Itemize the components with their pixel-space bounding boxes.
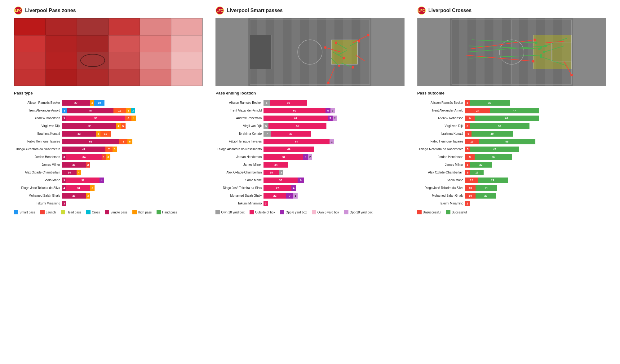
table-row: Fábio Henrique Tavares5585 bbox=[14, 138, 203, 145]
bar-segment: 47 bbox=[490, 108, 539, 113]
player-name: Sadio Mané bbox=[14, 178, 62, 182]
bar-segment: 4 bbox=[90, 100, 94, 106]
table-row: Trent Alexander-Arnold5451253 bbox=[14, 107, 203, 114]
svg-rect-48 bbox=[476, 18, 485, 86]
bar-segments: 5451253 bbox=[62, 108, 135, 113]
bar-segments: 33413 bbox=[62, 154, 110, 160]
svg-point-78 bbox=[534, 38, 536, 41]
player-name: Sadio Mané bbox=[417, 178, 465, 182]
bar-segments: 4233 bbox=[62, 185, 95, 191]
player-name: Takumi Minamino bbox=[215, 202, 264, 205]
bar-segment: 9 bbox=[465, 116, 475, 121]
player-name: Alisson Ramsés Becker bbox=[14, 101, 62, 105]
bar-segments: 3852 bbox=[264, 154, 312, 160]
bar-segment: 47 bbox=[470, 147, 519, 152]
svg-point-82 bbox=[570, 74, 573, 76]
bar-segment: 3 bbox=[106, 154, 110, 160]
bar-segment: 33 bbox=[62, 131, 96, 137]
bar-segments: 547 bbox=[465, 147, 519, 152]
bar-segment: 5 bbox=[264, 123, 268, 129]
bar-segment: 5 bbox=[303, 154, 308, 160]
bar-chart-pass-zones: Alisson Ramsés Becker27410Trent Alexande… bbox=[14, 99, 203, 207]
table-row: Thiago Alcântara do Nascimento49 bbox=[215, 146, 404, 153]
bar-segment: 3 bbox=[465, 162, 470, 168]
bar-segment: 32 bbox=[66, 178, 100, 183]
table-row: James Milner322 bbox=[417, 161, 606, 168]
table-row: Mohamed Salah Ghaly233 bbox=[14, 192, 203, 199]
bar-segment: 1 bbox=[102, 154, 106, 160]
table-row: Andrew Robertson6252 bbox=[215, 115, 404, 122]
bar-segment: 6 bbox=[125, 116, 131, 121]
svg-point-27 bbox=[343, 57, 345, 59]
crosses-field bbox=[417, 18, 606, 86]
bar-segment: 52 bbox=[62, 123, 116, 129]
table-row: Diogo José Teixeira da Silva274 bbox=[215, 185, 404, 191]
bar-segment: 56 bbox=[268, 123, 326, 129]
svg-rect-13 bbox=[317, 18, 326, 86]
bar-segments: 358 bbox=[465, 123, 529, 129]
bar-segment: 3 bbox=[62, 201, 66, 206]
table-row: Andrew Robertson962 bbox=[417, 115, 606, 122]
svg-point-35 bbox=[327, 81, 330, 84]
bar-segments: 144 bbox=[62, 170, 81, 175]
bar-segment: 7 bbox=[105, 147, 113, 152]
bar-segment: 4 bbox=[100, 178, 104, 183]
player-name: Takumi Minamino bbox=[14, 202, 62, 205]
bar-segment: 3 bbox=[330, 108, 335, 113]
bar-segment: 55 bbox=[479, 139, 535, 144]
player-name: Thiago Alcântara do Nascimento bbox=[417, 147, 465, 151]
bar-segment: 33 bbox=[264, 178, 298, 183]
bar-segments: 642 bbox=[264, 139, 334, 144]
bar-segment: 13 bbox=[470, 170, 484, 175]
liverpool-logo-1: LFC bbox=[14, 6, 23, 15]
table-row: Fábio Henrique Tavares642 bbox=[215, 138, 404, 145]
bar-segments: 3 bbox=[264, 201, 268, 206]
bar-segment: 38 bbox=[264, 154, 303, 160]
svg-point-70 bbox=[535, 42, 538, 44]
bar-segments: 33310 bbox=[62, 131, 111, 137]
table-row: Alisson Ramsés Becker636 bbox=[215, 99, 404, 106]
svg-rect-8 bbox=[274, 18, 283, 86]
bar-segment: 1 bbox=[293, 193, 298, 199]
player-name: Ibrahima Konaté bbox=[14, 132, 62, 136]
bar-segment: 23 bbox=[66, 185, 90, 191]
bar-segments: 6053 bbox=[264, 108, 335, 113]
table-row: Alex Oxlade-Chamberlain153 bbox=[215, 169, 404, 176]
bar-segment: 4 bbox=[77, 170, 81, 175]
table-row: Diogo José Teixeira da Silva4233 bbox=[14, 185, 203, 191]
svg-point-31 bbox=[352, 66, 354, 69]
svg-rect-11 bbox=[300, 18, 309, 86]
svg-point-37 bbox=[324, 46, 327, 49]
player-name: Thiago Alcântara do Nascimento bbox=[14, 147, 62, 151]
bar-segment: 3 bbox=[62, 178, 66, 183]
svg-rect-46 bbox=[459, 18, 467, 86]
liverpool-logo-2: LFC bbox=[215, 6, 224, 15]
panel-2-section-title: Pass ending location bbox=[215, 91, 404, 97]
svg-rect-45 bbox=[450, 18, 459, 86]
table-row: Trent Alexander-Arnold2447 bbox=[417, 107, 606, 114]
player-name: Virgil van Dijk bbox=[417, 124, 465, 128]
svg-rect-9 bbox=[283, 18, 292, 86]
table-row: Takumi Minamino2 bbox=[417, 200, 606, 207]
panel-3-section-title: Pass outcome bbox=[417, 91, 606, 97]
bar-segment: 60 bbox=[264, 108, 326, 113]
bar-segments: 5585 bbox=[62, 139, 132, 144]
table-row: Ibrahima Konaté640 bbox=[417, 130, 606, 137]
panel-1-title: Liverpool Pass zones bbox=[25, 8, 76, 13]
bar-segment: 55 bbox=[62, 139, 119, 144]
player-name: Jordan Henderson bbox=[215, 155, 264, 159]
bar-segment: 6 bbox=[264, 100, 270, 106]
bar-segment: 58 bbox=[470, 123, 529, 129]
bar-segment: 2 bbox=[308, 154, 312, 160]
table-row: Ibrahima Konaté739 bbox=[215, 130, 404, 137]
bar-segment: 49 bbox=[264, 147, 314, 152]
player-name: Thiago Alcântara do Nascimento bbox=[215, 147, 264, 151]
legend-crosses: Unsuccessful Successful bbox=[417, 210, 606, 214]
player-name: Jordan Henderson bbox=[14, 155, 62, 159]
table-row: Jordan Henderson936 bbox=[417, 154, 606, 160]
bar-segments: 640 bbox=[465, 131, 513, 137]
panel-crosses: LFC Liverpool Crosses bbox=[413, 6, 611, 214]
bar-segment: 34 bbox=[66, 154, 102, 160]
svg-point-72 bbox=[539, 46, 542, 49]
table-row: Virgil van Dijk358 bbox=[417, 123, 606, 129]
